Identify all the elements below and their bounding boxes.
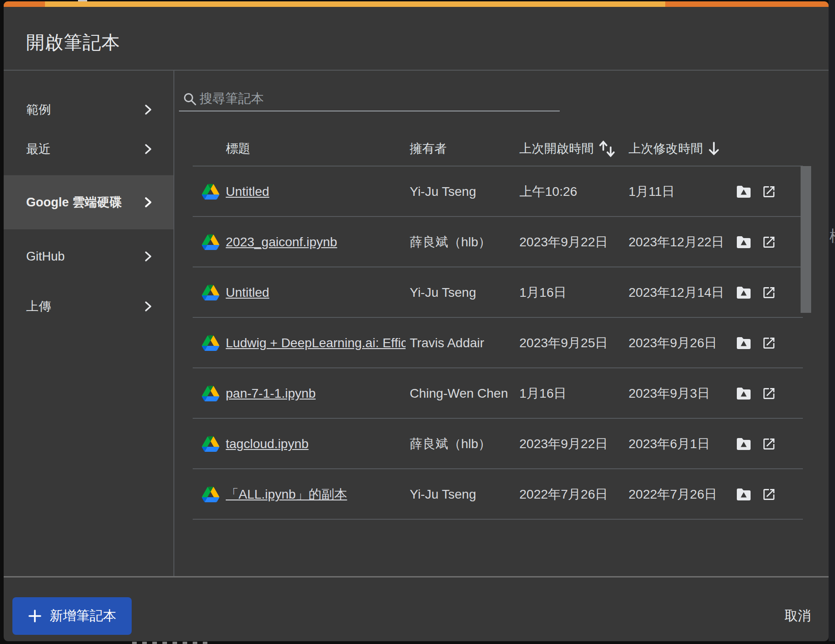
column-header-label: 標題: [226, 140, 250, 157]
show-in-drive-icon[interactable]: [736, 488, 752, 501]
title-divider: [4, 70, 829, 71]
last-modified-cell: 1月11日: [629, 183, 675, 200]
owner-cell: 薛良斌（hlb）: [410, 435, 491, 453]
open-in-new-icon[interactable]: [762, 437, 776, 451]
last-modified-cell: 2023年12月14日: [629, 284, 724, 301]
last-modified-cell: 2023年9月26日: [629, 334, 717, 352]
row-divider: [193, 519, 803, 520]
open-in-new-icon[interactable]: [762, 285, 776, 300]
notebook-title-link[interactable]: 「ALL.ipynb」的副本: [226, 486, 347, 503]
new-notebook-button[interactable]: 新增筆記本: [12, 597, 132, 635]
notebook-list: Untitled Yi-Ju Tseng 上午10:26 1月11日 2023_…: [4, 167, 829, 520]
sort-down-icon: [707, 139, 720, 158]
table-row: Untitled Yi-Ju Tseng 上午10:26 1月11日: [4, 167, 829, 217]
owner-cell: Yi-Ju Tseng: [410, 487, 476, 502]
show-in-drive-icon[interactable]: [736, 185, 752, 199]
owner-cell: Yi-Ju Tseng: [410, 285, 476, 300]
google-drive-icon: [202, 285, 219, 300]
search-icon: [183, 92, 197, 106]
plus-icon: [28, 609, 42, 623]
last-opened-cell: 1月16日: [519, 284, 567, 301]
show-in-drive-icon[interactable]: [736, 336, 752, 350]
owner-cell: 薛良斌（hlb）: [410, 233, 491, 251]
chevron-right-icon: [141, 103, 155, 117]
last-opened-cell: 2022年7月26日: [519, 486, 608, 503]
last-modified-cell: 2023年12月22日: [629, 233, 724, 251]
last-modified-cell: 2023年6月1日: [629, 435, 710, 453]
owner-cell: Ching-Wen Chen: [410, 386, 508, 401]
open-in-new-icon[interactable]: [762, 386, 776, 401]
column-header-owner[interactable]: 擁有者: [410, 140, 447, 157]
table-row: 2023_gaiconf.ipynb 薛良斌（hlb） 2023年9月22日 2…: [4, 217, 829, 267]
notebook-title-link[interactable]: tagcloud.ipynb: [226, 437, 309, 451]
google-drive-icon: [202, 234, 219, 250]
progress-bar-chunk: [45, 1, 665, 7]
google-drive-icon: [202, 335, 219, 351]
notebook-title-link[interactable]: 2023_gaiconf.ipynb: [226, 235, 337, 250]
last-opened-cell: 2023年9月22日: [519, 435, 608, 453]
notebook-title-link[interactable]: Ludwig + DeepLearning.ai: Efficie…: [226, 336, 406, 350]
column-header-last-opened[interactable]: 上次開啟時間: [519, 138, 616, 159]
list-scrollbar-thumb[interactable]: [801, 166, 811, 313]
background-clipped-text: 檢: [829, 226, 835, 247]
column-header-label: 上次修改時間: [629, 140, 703, 157]
sort-up-down-icon: [598, 138, 616, 159]
show-in-drive-icon[interactable]: [736, 286, 752, 300]
sidebar-item-examples[interactable]: 範例: [4, 87, 173, 133]
google-drive-icon: [202, 184, 219, 200]
background-page-strip: 檢: [829, 0, 835, 641]
footer-divider: [4, 576, 829, 577]
notebook-title-link[interactable]: Untitled: [226, 285, 269, 300]
open-in-new-icon[interactable]: [762, 336, 776, 350]
notebook-title-link[interactable]: Untitled: [226, 184, 269, 199]
owner-cell: Travis Addair: [410, 336, 484, 350]
column-header-label: 擁有者: [410, 140, 447, 157]
new-notebook-label: 新增筆記本: [50, 607, 117, 625]
column-header-last-modified[interactable]: 上次修改時間: [629, 139, 720, 158]
progress-bar-track: [4, 1, 829, 7]
cancel-button[interactable]: 取消: [756, 602, 811, 630]
table-row: Ludwig + DeepLearning.ai: Efficie… Travi…: [4, 318, 829, 368]
search-input[interactable]: [200, 89, 456, 109]
table-row: tagcloud.ipynb 薛良斌（hlb） 2023年9月22日 2023年…: [4, 419, 829, 469]
column-header-title[interactable]: 標題: [226, 140, 250, 157]
open-notebook-dialog: 開啟筆記本 範例 最近 Google 雲端硬碟 GitHub 上傳: [4, 1, 829, 641]
sidebar-item-label: 範例: [26, 100, 136, 119]
table-header-row: 標題 擁有者 上次開啟時間 上次修改時間: [4, 137, 829, 160]
dialog-title: 開啟筆記本: [26, 30, 120, 55]
owner-cell: Yi-Ju Tseng: [410, 184, 476, 199]
show-in-drive-icon[interactable]: [736, 235, 752, 249]
google-drive-icon: [202, 487, 219, 502]
open-in-new-icon[interactable]: [762, 235, 776, 250]
column-header-label: 上次開啟時間: [519, 140, 594, 157]
last-opened-cell: 2023年9月22日: [519, 233, 608, 251]
table-row: 「ALL.ipynb」的副本 Yi-Ju Tseng 2022年7月26日 20…: [4, 469, 829, 520]
table-row: pan-7-1-1.ipynb Ching-Wen Chen 1月16日 202…: [4, 368, 829, 419]
last-opened-cell: 2023年9月25日: [519, 334, 608, 352]
last-opened-cell: 上午10:26: [519, 183, 577, 200]
search-underline: [179, 111, 560, 111]
show-in-drive-icon[interactable]: [736, 437, 752, 451]
last-modified-cell: 2022年7月26日: [629, 486, 717, 503]
google-drive-icon: [202, 386, 219, 401]
open-in-new-icon[interactable]: [762, 487, 776, 502]
google-drive-icon: [202, 436, 219, 452]
open-in-new-icon[interactable]: [762, 184, 776, 199]
show-in-drive-icon[interactable]: [736, 387, 752, 400]
last-opened-cell: 1月16日: [519, 385, 567, 402]
table-row: Untitled Yi-Ju Tseng 1月16日 2023年12月14日: [4, 267, 829, 318]
notebook-title-link[interactable]: pan-7-1-1.ipynb: [226, 386, 316, 401]
last-modified-cell: 2023年9月3日: [629, 385, 710, 402]
background-clipped-text-bottom: [132, 642, 210, 644]
